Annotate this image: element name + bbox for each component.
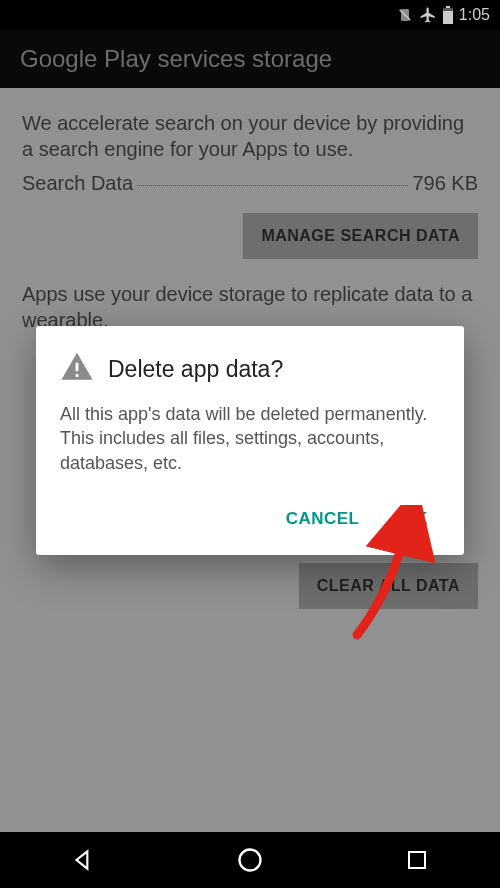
svg-rect-5: [76, 363, 79, 372]
navigation-bar: [0, 832, 500, 888]
airplane-mode-icon: [419, 6, 437, 24]
alert-icon: [60, 350, 94, 388]
no-sim-icon: [397, 7, 413, 23]
ok-button[interactable]: OK: [396, 501, 435, 537]
status-bar: 1:05: [0, 0, 500, 30]
back-button[interactable]: [43, 832, 123, 888]
dialog-body: All this app's data will be deleted perm…: [60, 402, 440, 475]
svg-rect-2: [446, 6, 450, 8]
status-time: 1:05: [459, 6, 490, 24]
svg-rect-6: [76, 374, 79, 377]
overview-button[interactable]: [377, 832, 457, 888]
svg-rect-4: [443, 11, 453, 24]
cancel-button[interactable]: CANCEL: [280, 501, 366, 537]
svg-rect-8: [409, 852, 425, 868]
delete-app-data-dialog: Delete app data? All this app's data wil…: [36, 326, 464, 555]
home-button[interactable]: [210, 832, 290, 888]
dialog-title: Delete app data?: [108, 356, 283, 383]
svg-point-7: [239, 850, 260, 871]
battery-icon: [443, 6, 453, 24]
dialog-actions: CANCEL OK: [60, 497, 440, 545]
